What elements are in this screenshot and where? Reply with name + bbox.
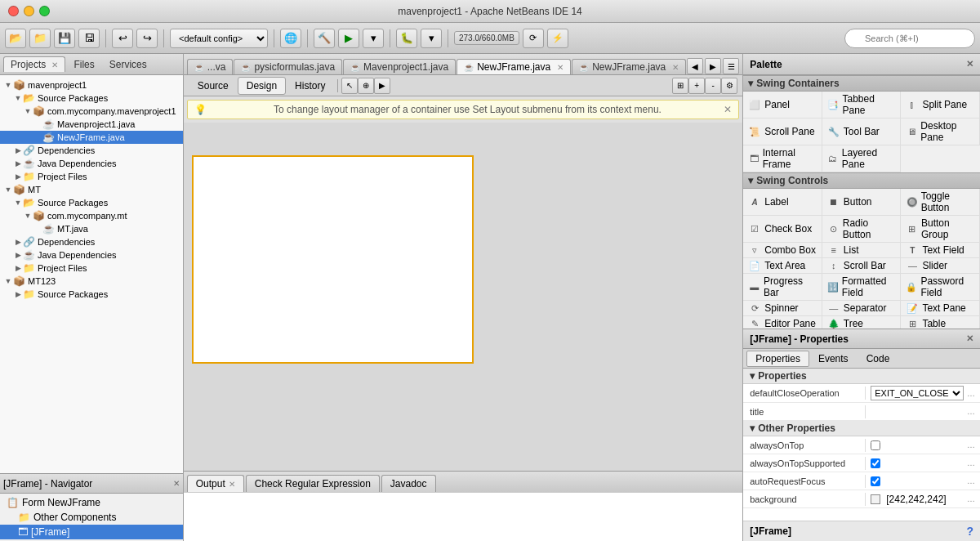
design-preview-button[interactable]: ▶ xyxy=(374,78,390,94)
design-connect-button[interactable]: ⊕ xyxy=(358,78,374,94)
autorequestfocus-checkbox[interactable] xyxy=(871,476,880,486)
next-tab-button[interactable]: ▶ xyxy=(705,58,721,74)
palette-item-scroll-bar[interactable]: ↕ Scroll Bar xyxy=(822,258,902,274)
run-dropdown[interactable]: ▾ xyxy=(363,29,384,48)
prop-more-button3[interactable]: … xyxy=(967,440,975,449)
zoom-out-button[interactable]: - xyxy=(705,78,721,94)
prev-tab-button[interactable]: ◀ xyxy=(687,58,703,74)
tab-va[interactable]: ☕ ...va xyxy=(187,59,234,74)
debug-dropdown[interactable]: ▾ xyxy=(421,29,442,48)
palette-item-formatted-field[interactable]: 🔢 Formatted Field xyxy=(822,274,902,301)
palette-item-text-pane[interactable]: 📝 Text Pane xyxy=(901,301,980,316)
tree-item-java-deps1[interactable]: ▶ ☕ Java Dependencies xyxy=(0,157,183,170)
palette-item-layered-pane[interactable]: 🗂 Layered Pane xyxy=(822,145,902,172)
sub-tab-source[interactable]: Source xyxy=(189,77,238,95)
palette-item-list[interactable]: ≡ List xyxy=(822,243,902,258)
tab-newjframe2[interactable]: ☕ NewJFrame.java ✕ xyxy=(572,59,686,74)
globe-button[interactable]: 🌐 xyxy=(280,29,301,48)
tree-item-package[interactable]: ▼ 📦 com.mycompany.mavenproject1 xyxy=(0,105,183,118)
nav-item-form[interactable]: 📋 Form NewJFrame xyxy=(0,495,183,510)
new-project-button[interactable]: 📂 xyxy=(5,29,26,48)
palette-item-password-field[interactable]: 🔒 Password Field xyxy=(901,274,980,301)
palette-item-panel[interactable]: ⬜ Panel xyxy=(743,92,822,118)
palette-section-swing-containers[interactable]: ▾ Swing Containers xyxy=(743,75,980,92)
tree-item-mt[interactable]: ▼ 📦 MT xyxy=(0,183,183,196)
palette-item-radio-button[interactable]: ⊙ Radio Button xyxy=(822,216,902,243)
prop-more-button2[interactable]: … xyxy=(967,407,975,416)
tab-pysic[interactable]: ☕ pysicformulas.java xyxy=(234,59,342,74)
tree-item-mavenproject1[interactable]: ▼ 📦 mavenproject1 xyxy=(0,78,183,92)
props-tab-events[interactable]: Events xyxy=(809,351,858,367)
palette-section-swing-controls[interactable]: ▾ Swing Controls xyxy=(743,172,980,189)
tree-item-proj-files1[interactable]: ▶ 📁 Project Files xyxy=(0,170,183,183)
profile-button[interactable]: ⚡ xyxy=(547,29,568,48)
debug-button[interactable]: 🐛 xyxy=(396,29,417,48)
bottom-tab-output[interactable]: Output ✕ xyxy=(187,475,244,492)
maximize-button[interactable] xyxy=(39,6,50,16)
design-select-button[interactable]: ↖ xyxy=(341,78,358,94)
tree-item-newjframe[interactable]: ▶ ☕ NewJFrame.java xyxy=(0,131,183,144)
projects-close-icon[interactable]: ✕ xyxy=(51,60,58,69)
run-button[interactable]: ▶ xyxy=(338,29,359,48)
alwaysontop-checkbox[interactable] xyxy=(871,440,880,450)
zoom-in-button[interactable]: + xyxy=(688,78,705,94)
search-input[interactable] xyxy=(844,29,975,48)
tab-close-icon2[interactable]: ✕ xyxy=(672,63,679,72)
tree-item-mt-source[interactable]: ▼ 📂 Source Packages xyxy=(0,196,183,209)
palette-item-tabbed-pane[interactable]: 📑 Tabbed Pane xyxy=(822,92,902,118)
tree-item-mt-deps[interactable]: ▶ 🔗 Dependencies xyxy=(0,235,183,248)
close-button[interactable] xyxy=(8,6,19,16)
help-icon[interactable]: ? xyxy=(966,525,973,538)
minimize-button[interactable] xyxy=(24,6,34,16)
tree-item-mt-java[interactable]: ▶ ☕ MT.java xyxy=(0,222,183,235)
tab-newjframe[interactable]: ☕ NewJFrame.java ✕ xyxy=(457,59,571,74)
palette-item-text-field[interactable]: T Text Field xyxy=(901,243,980,258)
palette-item-split-pane[interactable]: ⫿ Split Pane xyxy=(901,92,980,118)
palette-item-button-group[interactable]: ⊞ Button Group xyxy=(901,216,980,243)
undo-button[interactable]: ↩ xyxy=(112,29,133,48)
open-button[interactable]: 📁 xyxy=(29,29,51,48)
bottom-tab-regex[interactable]: Check Regular Expression xyxy=(246,475,380,492)
bottom-tab-javadoc[interactable]: Javadoc xyxy=(381,475,436,492)
design-options-button[interactable]: ⚙ xyxy=(721,78,737,94)
save-all-button[interactable]: 🖫 xyxy=(78,29,100,48)
defaultclose-dropdown[interactable]: EXIT_ON_CLOSE xyxy=(871,386,964,400)
config-dropdown[interactable]: <default config> xyxy=(170,29,268,48)
tab-services[interactable]: Services xyxy=(103,57,154,72)
palette-item-editor-pane[interactable]: ✎ Editor Pane xyxy=(743,316,822,329)
palette-item-spinner[interactable]: ⟳ Spinner xyxy=(743,301,822,316)
prop-more-button4[interactable]: … xyxy=(967,458,975,467)
redo-button[interactable]: ↪ xyxy=(136,29,158,48)
palette-item-text-area[interactable]: 📄 Text Area xyxy=(743,258,822,274)
properties-close-button[interactable]: ✕ xyxy=(966,333,973,344)
palette-item-label[interactable]: A Label xyxy=(743,189,822,216)
tree-item-mt-projfiles[interactable]: ▶ 📁 Project Files xyxy=(0,262,183,275)
memory-indicator[interactable]: 273.0/660.0MB xyxy=(454,31,519,45)
props-tab-properties[interactable]: Properties xyxy=(746,351,809,367)
zoom-fit-button[interactable]: ⊞ xyxy=(672,78,688,94)
palette-item-desktop-pane[interactable]: 🖥 Desktop Pane xyxy=(901,118,980,145)
nav-item-other-components[interactable]: 📁 Other Components xyxy=(0,510,183,525)
palette-item-progress-bar[interactable]: ▬ Progress Bar xyxy=(743,274,822,301)
palette-item-table[interactable]: ⊞ Table xyxy=(901,316,980,329)
sub-tab-history[interactable]: History xyxy=(286,77,334,95)
prop-more-button[interactable]: … xyxy=(967,389,975,398)
palette-item-button[interactable]: ⏹ Button xyxy=(822,189,902,216)
tab-files[interactable]: Files xyxy=(67,57,100,72)
palette-item-toolbar[interactable]: 🔧 Tool Bar xyxy=(822,118,902,145)
sub-tab-design[interactable]: Design xyxy=(238,77,286,95)
tree-item-mt-javadeps[interactable]: ▶ ☕ Java Dependencies xyxy=(0,248,183,262)
save-button[interactable]: 💾 xyxy=(54,29,75,48)
palette-item-tree[interactable]: 🌲 Tree xyxy=(822,316,902,329)
tree-item-deps1[interactable]: ▶ 🔗 Dependencies xyxy=(0,144,183,157)
tree-item-mt-package[interactable]: ▼ 📦 com.mycompany.mt xyxy=(0,209,183,222)
palette-item-combo-box[interactable]: ▿ Combo Box xyxy=(743,243,822,258)
palette-item-slider[interactable]: — Slider xyxy=(901,258,980,274)
tab-menu-button[interactable]: ☰ xyxy=(723,58,739,74)
tree-item-mt123-source[interactable]: ▶ 📁 Source Packages xyxy=(0,288,183,301)
palette-item-scroll-pane[interactable]: 📜 Scroll Pane xyxy=(743,118,822,145)
output-close-icon[interactable]: ✕ xyxy=(229,480,235,489)
tab-close-icon[interactable]: ✕ xyxy=(557,63,564,72)
tab-maven[interactable]: ☕ Mavenproject1.java xyxy=(343,59,456,74)
build-button[interactable]: 🔨 xyxy=(314,29,335,48)
